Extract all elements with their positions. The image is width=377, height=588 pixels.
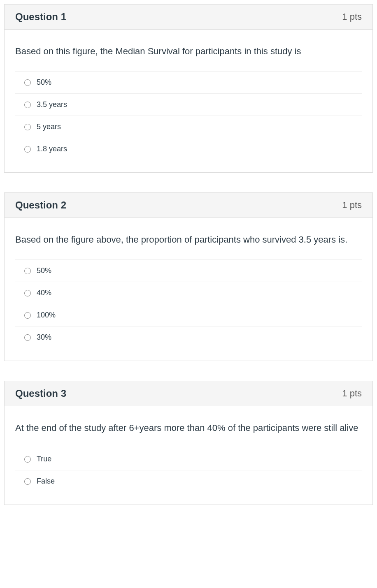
question-points: 1 pts [342,388,362,399]
option-row[interactable]: 50% [15,260,362,282]
question-prompt: Based on the figure above, the proportio… [15,233,362,246]
question-body: Based on the figure above, the proportio… [5,218,372,361]
radio-input[interactable] [24,312,31,319]
option-row[interactable]: 40% [15,282,362,304]
question-header: Question 1 1 pts [5,5,372,30]
option-label: True [37,455,51,463]
options-list: 50% 40% 100% 30% [15,259,362,348]
question-points: 1 pts [342,12,362,22]
option-label: 100% [37,311,56,319]
option-label: 40% [37,289,51,297]
question-body: Based on this figure, the Median Surviva… [5,30,372,172]
radio-input[interactable] [24,290,31,296]
question-prompt: Based on this figure, the Median Surviva… [15,44,362,58]
question-title: Question 2 [15,199,66,211]
radio-input[interactable] [24,268,31,274]
radio-input[interactable] [24,334,31,341]
option-label: 1.8 years [37,145,67,153]
question-card-2: Question 2 1 pts Based on the figure abo… [4,192,373,361]
option-label: 30% [37,333,51,342]
radio-input[interactable] [24,79,31,86]
question-prompt: At the end of the study after 6+years mo… [15,421,362,435]
question-card-3: Question 3 1 pts At the end of the study… [4,381,373,505]
option-label: 3.5 years [37,100,67,109]
options-list: 50% 3.5 years 5 years 1.8 years [15,71,362,160]
option-label: 50% [37,78,51,87]
option-row[interactable]: 5 years [15,116,362,138]
radio-input[interactable] [24,102,31,108]
options-list: True False [15,448,362,492]
radio-input[interactable] [24,478,31,485]
radio-input[interactable] [24,146,31,153]
radio-input[interactable] [24,456,31,463]
option-row[interactable]: 30% [15,326,362,348]
option-row[interactable]: False [15,470,362,492]
question-header: Question 2 1 pts [5,193,372,218]
option-row[interactable]: 3.5 years [15,94,362,116]
question-header: Question 3 1 pts [5,381,372,406]
question-points: 1 pts [342,200,362,211]
option-row[interactable]: True [15,448,362,470]
option-label: 5 years [37,123,61,131]
option-row[interactable]: 1.8 years [15,138,362,160]
question-title: Question 1 [15,11,66,23]
radio-input[interactable] [24,124,31,130]
question-body: At the end of the study after 6+years mo… [5,406,372,505]
option-label: False [37,477,55,486]
option-row[interactable]: 50% [15,72,362,94]
option-label: 50% [37,266,51,275]
question-card-1: Question 1 1 pts Based on this figure, t… [4,4,373,173]
option-row[interactable]: 100% [15,304,362,326]
question-title: Question 3 [15,388,66,399]
